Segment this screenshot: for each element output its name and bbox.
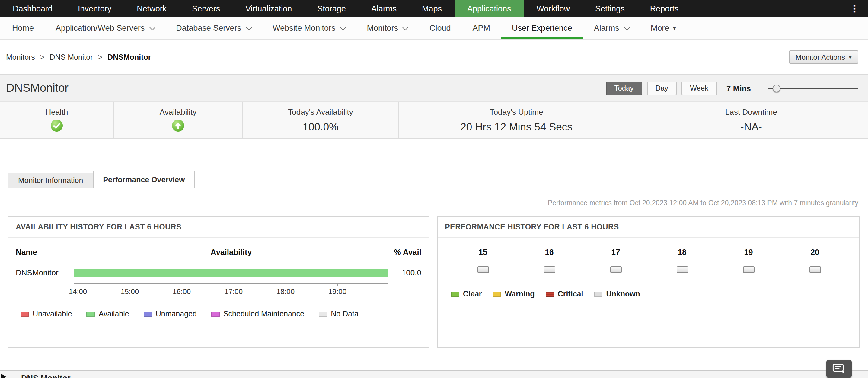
axis-tick: 16:00 [156, 283, 208, 296]
breadcrumb-bar: Monitors > DNS Monitor > DNSMonitor Moni… [0, 40, 868, 75]
performance-history-panel: PERFORMANCE HISTORY FOR LAST 6 HOURS 15 … [437, 216, 860, 348]
axis-ticks: 14:00 15:00 16:00 [52, 283, 363, 296]
subnav-item[interactable]: Monitors ▾ [356, 17, 418, 39]
legend-item: Unknown [594, 290, 640, 298]
breadcrumb-monitors[interactable]: Monitors [6, 53, 35, 61]
topnav-item[interactable]: Inventory [65, 0, 124, 17]
time-range-label: Day [655, 84, 668, 92]
hour-status-cell [782, 266, 848, 273]
sub-navigation: Home ▾ Application/Web Servers ▾ Databas… [0, 17, 868, 40]
time-range-button[interactable]: Week [681, 81, 717, 95]
breadcrumb-separator: > [98, 53, 103, 61]
monitor-actions-button[interactable]: Monitor Actions ▾ [789, 50, 858, 64]
monitor-name[interactable]: DNSMonitor [16, 268, 74, 277]
last-downtime-value: -NA- [634, 121, 868, 134]
breadcrumb-dns-monitor[interactable]: DNS Monitor [50, 53, 93, 61]
time-axis: 14:00 15:00 16:00 [16, 283, 421, 299]
topnav-item[interactable]: Storage [305, 0, 359, 17]
legend-swatch [211, 311, 220, 317]
legend-item: Unmanaged [144, 310, 197, 318]
availability-up-icon [114, 119, 242, 132]
tab[interactable]: Monitor Information [8, 173, 93, 188]
subnav-item[interactable]: Database Servers ▾ [165, 17, 262, 39]
subnav-item-label: More [651, 24, 670, 33]
topnav-item[interactable]: Maps [409, 0, 455, 17]
topnav-item-label: Alarms [371, 4, 397, 13]
subnav-item[interactable]: Website Monitors ▾ [262, 17, 356, 39]
hour-status-cell [516, 266, 583, 273]
topnav-item[interactable]: Alarms [359, 0, 409, 17]
tick-mark [181, 283, 182, 286]
stat-label: Today's Uptime [399, 108, 634, 117]
stat-todays-availability: Today's Availability 100.0% [242, 102, 398, 138]
tick-label: 17:00 [208, 287, 259, 296]
topnav-item[interactable]: Servers [179, 0, 233, 17]
subnav-item-label: Monitors [367, 24, 398, 33]
legend-item: Available [87, 310, 129, 318]
subnav-item[interactable]: Application/Web Servers ▾ [45, 17, 165, 39]
subnav-item[interactable]: More ▾ [640, 17, 687, 39]
topnav-item[interactable]: Workflow [524, 0, 583, 17]
topnav-items: Dashboard Inventory Network Servers Virt… [0, 0, 691, 17]
subnav-item-label: Home [12, 24, 34, 33]
tick-label: 15:00 [104, 287, 156, 296]
tick-mark [233, 283, 234, 286]
time-range-label: Today [614, 84, 633, 92]
status-pill-unknown[interactable] [610, 266, 621, 273]
dropdown-arrow-icon: ▾ [849, 54, 852, 60]
slider-track[interactable] [768, 88, 858, 89]
feedback-chat-button[interactable] [826, 360, 852, 378]
status-pill-unknown[interactable] [544, 266, 555, 273]
axis-tick: 18:00 [259, 283, 311, 296]
availability-percent: 100.0 [388, 268, 421, 277]
subnav-item[interactable]: Home ▾ [1, 17, 45, 39]
hour-label: 20 [782, 248, 848, 257]
legend-item: Clear [451, 290, 482, 298]
legend-label: Scheduled Maintenance [223, 310, 304, 318]
status-pill-unknown[interactable] [809, 266, 820, 273]
topnav-item[interactable]: Virtualization [233, 0, 305, 17]
stat-availability: Availability [114, 102, 242, 138]
granularity-slider[interactable] [768, 84, 858, 92]
tab[interactable]: Performance Overview [93, 171, 195, 188]
topnav-item[interactable]: Network [124, 0, 179, 17]
tick-label: 19:00 [311, 287, 363, 296]
stat-label: Health [0, 108, 114, 117]
topnav-item-label: Maps [422, 4, 442, 13]
hour-status-indicators [450, 266, 852, 273]
status-pill-unknown[interactable] [676, 266, 688, 273]
slider-handle[interactable] [773, 85, 780, 92]
time-range-button[interactable]: Day [647, 81, 677, 95]
subnav-item[interactable]: User Experience ▾ [501, 17, 583, 39]
tab-label: Performance Overview [103, 175, 185, 184]
chevron-down-icon [246, 24, 252, 30]
time-range-button[interactable]: Today [606, 81, 642, 95]
topnav-item[interactable]: Applications [455, 0, 524, 17]
next-section-title: DNS Monitor [21, 374, 71, 378]
chat-icon [832, 364, 846, 374]
collapse-triangle-icon[interactable] [1, 374, 6, 378]
topnav-item[interactable]: Reports [638, 0, 691, 17]
kebab-menu-icon[interactable]: ⋮ [849, 0, 860, 17]
topnav-item[interactable]: Settings [583, 0, 638, 17]
axis-tick: 17:00 [208, 283, 259, 296]
hour-label: 19 [715, 248, 782, 257]
time-range-label: Week [690, 84, 708, 92]
topnav-item[interactable]: Dashboard [0, 0, 65, 17]
subnav-item[interactable]: Cloud ▾ [418, 17, 462, 39]
legend-label: Unmanaged [156, 310, 197, 318]
subnav-item[interactable]: Alarms ▾ [583, 17, 640, 39]
chevron-down-icon [624, 24, 630, 30]
performance-panel-title: PERFORMANCE HISTORY FOR LAST 6 HOURS [438, 217, 859, 238]
legend-label: Unknown [606, 290, 640, 298]
status-pill-unknown[interactable] [477, 266, 489, 273]
hour-labels: 15 16 17 18 19 20 [450, 248, 852, 257]
legend-swatch [21, 311, 29, 317]
hour-status-cell [715, 266, 782, 273]
column-availability: Availability [211, 248, 252, 257]
subnav-item[interactable]: APM ▾ [462, 17, 501, 39]
page: Dashboard Inventory Network Servers Virt… [0, 0, 868, 378]
chevron-down-icon [340, 24, 346, 30]
tick-mark [129, 283, 130, 286]
status-pill-unknown[interactable] [743, 266, 754, 273]
